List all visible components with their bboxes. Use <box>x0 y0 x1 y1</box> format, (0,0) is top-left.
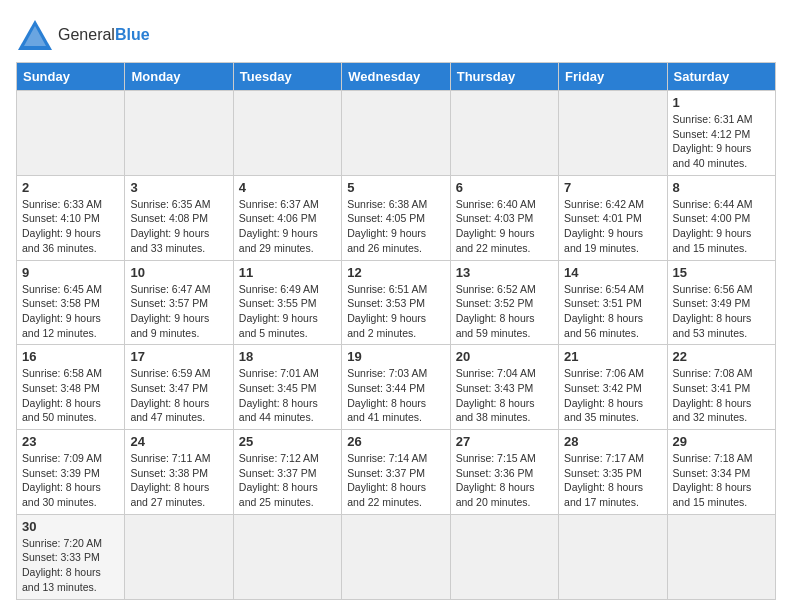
day-number: 23 <box>22 434 119 449</box>
calendar-cell: 23Sunrise: 7:09 AMSunset: 3:39 PMDayligh… <box>17 430 125 515</box>
day-number: 27 <box>456 434 553 449</box>
calendar-cell <box>559 514 667 599</box>
day-number: 30 <box>22 519 119 534</box>
day-number: 15 <box>673 265 770 280</box>
day-info: Sunrise: 7:09 AMSunset: 3:39 PMDaylight:… <box>22 451 119 510</box>
calendar-cell <box>450 514 558 599</box>
weekday-header-sunday: Sunday <box>17 63 125 91</box>
day-number: 4 <box>239 180 336 195</box>
day-info: Sunrise: 6:54 AMSunset: 3:51 PMDaylight:… <box>564 282 661 341</box>
day-info: Sunrise: 6:52 AMSunset: 3:52 PMDaylight:… <box>456 282 553 341</box>
calendar-cell <box>233 91 341 176</box>
day-info: Sunrise: 7:01 AMSunset: 3:45 PMDaylight:… <box>239 366 336 425</box>
day-info: Sunrise: 6:58 AMSunset: 3:48 PMDaylight:… <box>22 366 119 425</box>
day-number: 29 <box>673 434 770 449</box>
calendar-cell: 28Sunrise: 7:17 AMSunset: 3:35 PMDayligh… <box>559 430 667 515</box>
day-number: 17 <box>130 349 227 364</box>
day-info: Sunrise: 6:56 AMSunset: 3:49 PMDaylight:… <box>673 282 770 341</box>
calendar-header-row: SundayMondayTuesdayWednesdayThursdayFrid… <box>17 63 776 91</box>
calendar-row: 16Sunrise: 6:58 AMSunset: 3:48 PMDayligh… <box>17 345 776 430</box>
calendar-cell: 17Sunrise: 6:59 AMSunset: 3:47 PMDayligh… <box>125 345 233 430</box>
calendar-cell: 24Sunrise: 7:11 AMSunset: 3:38 PMDayligh… <box>125 430 233 515</box>
day-info: Sunrise: 7:17 AMSunset: 3:35 PMDaylight:… <box>564 451 661 510</box>
day-info: Sunrise: 6:45 AMSunset: 3:58 PMDaylight:… <box>22 282 119 341</box>
day-info: Sunrise: 6:37 AMSunset: 4:06 PMDaylight:… <box>239 197 336 256</box>
day-number: 7 <box>564 180 661 195</box>
day-info: Sunrise: 6:59 AMSunset: 3:47 PMDaylight:… <box>130 366 227 425</box>
calendar-cell: 13Sunrise: 6:52 AMSunset: 3:52 PMDayligh… <box>450 260 558 345</box>
weekday-header-saturday: Saturday <box>667 63 775 91</box>
header: GeneralBlue <box>16 16 776 54</box>
day-info: Sunrise: 6:33 AMSunset: 4:10 PMDaylight:… <box>22 197 119 256</box>
calendar-cell <box>125 91 233 176</box>
calendar-cell: 1Sunrise: 6:31 AMSunset: 4:12 PMDaylight… <box>667 91 775 176</box>
day-info: Sunrise: 6:51 AMSunset: 3:53 PMDaylight:… <box>347 282 444 341</box>
day-info: Sunrise: 6:38 AMSunset: 4:05 PMDaylight:… <box>347 197 444 256</box>
day-number: 18 <box>239 349 336 364</box>
calendar-row: 23Sunrise: 7:09 AMSunset: 3:39 PMDayligh… <box>17 430 776 515</box>
day-info: Sunrise: 7:18 AMSunset: 3:34 PMDaylight:… <box>673 451 770 510</box>
day-info: Sunrise: 7:20 AMSunset: 3:33 PMDaylight:… <box>22 536 119 595</box>
day-number: 21 <box>564 349 661 364</box>
weekday-header-monday: Monday <box>125 63 233 91</box>
day-number: 3 <box>130 180 227 195</box>
calendar-cell: 5Sunrise: 6:38 AMSunset: 4:05 PMDaylight… <box>342 175 450 260</box>
day-number: 14 <box>564 265 661 280</box>
day-number: 12 <box>347 265 444 280</box>
day-number: 6 <box>456 180 553 195</box>
day-number: 13 <box>456 265 553 280</box>
day-number: 20 <box>456 349 553 364</box>
weekday-header-tuesday: Tuesday <box>233 63 341 91</box>
day-info: Sunrise: 7:08 AMSunset: 3:41 PMDaylight:… <box>673 366 770 425</box>
calendar-cell: 25Sunrise: 7:12 AMSunset: 3:37 PMDayligh… <box>233 430 341 515</box>
calendar-cell <box>450 91 558 176</box>
calendar-cell: 19Sunrise: 7:03 AMSunset: 3:44 PMDayligh… <box>342 345 450 430</box>
calendar-cell <box>559 91 667 176</box>
day-info: Sunrise: 6:40 AMSunset: 4:03 PMDaylight:… <box>456 197 553 256</box>
logo: GeneralBlue <box>16 16 150 54</box>
day-info: Sunrise: 7:15 AMSunset: 3:36 PMDaylight:… <box>456 451 553 510</box>
day-number: 28 <box>564 434 661 449</box>
calendar-cell: 3Sunrise: 6:35 AMSunset: 4:08 PMDaylight… <box>125 175 233 260</box>
calendar-cell: 6Sunrise: 6:40 AMSunset: 4:03 PMDaylight… <box>450 175 558 260</box>
calendar-cell: 22Sunrise: 7:08 AMSunset: 3:41 PMDayligh… <box>667 345 775 430</box>
calendar-cell <box>125 514 233 599</box>
weekday-header-wednesday: Wednesday <box>342 63 450 91</box>
day-info: Sunrise: 7:14 AMSunset: 3:37 PMDaylight:… <box>347 451 444 510</box>
calendar-cell: 2Sunrise: 6:33 AMSunset: 4:10 PMDaylight… <box>17 175 125 260</box>
day-info: Sunrise: 7:12 AMSunset: 3:37 PMDaylight:… <box>239 451 336 510</box>
day-info: Sunrise: 7:11 AMSunset: 3:38 PMDaylight:… <box>130 451 227 510</box>
logo-icon <box>16 16 54 54</box>
day-number: 22 <box>673 349 770 364</box>
day-number: 8 <box>673 180 770 195</box>
weekday-header-thursday: Thursday <box>450 63 558 91</box>
calendar-cell: 20Sunrise: 7:04 AMSunset: 3:43 PMDayligh… <box>450 345 558 430</box>
calendar-row: 2Sunrise: 6:33 AMSunset: 4:10 PMDaylight… <box>17 175 776 260</box>
calendar-cell: 8Sunrise: 6:44 AMSunset: 4:00 PMDaylight… <box>667 175 775 260</box>
calendar-cell: 21Sunrise: 7:06 AMSunset: 3:42 PMDayligh… <box>559 345 667 430</box>
day-info: Sunrise: 6:31 AMSunset: 4:12 PMDaylight:… <box>673 112 770 171</box>
calendar-cell <box>667 514 775 599</box>
day-number: 26 <box>347 434 444 449</box>
day-info: Sunrise: 7:03 AMSunset: 3:44 PMDaylight:… <box>347 366 444 425</box>
calendar-cell: 26Sunrise: 7:14 AMSunset: 3:37 PMDayligh… <box>342 430 450 515</box>
calendar-row: 1Sunrise: 6:31 AMSunset: 4:12 PMDaylight… <box>17 91 776 176</box>
day-number: 2 <box>22 180 119 195</box>
calendar-cell: 4Sunrise: 6:37 AMSunset: 4:06 PMDaylight… <box>233 175 341 260</box>
calendar-cell: 29Sunrise: 7:18 AMSunset: 3:34 PMDayligh… <box>667 430 775 515</box>
calendar-cell: 7Sunrise: 6:42 AMSunset: 4:01 PMDaylight… <box>559 175 667 260</box>
day-number: 5 <box>347 180 444 195</box>
calendar-row: 30Sunrise: 7:20 AMSunset: 3:33 PMDayligh… <box>17 514 776 599</box>
day-number: 25 <box>239 434 336 449</box>
day-info: Sunrise: 7:06 AMSunset: 3:42 PMDaylight:… <box>564 366 661 425</box>
day-number: 9 <box>22 265 119 280</box>
day-info: Sunrise: 6:47 AMSunset: 3:57 PMDaylight:… <box>130 282 227 341</box>
calendar-cell <box>342 514 450 599</box>
day-number: 1 <box>673 95 770 110</box>
calendar-cell: 15Sunrise: 6:56 AMSunset: 3:49 PMDayligh… <box>667 260 775 345</box>
calendar-cell: 9Sunrise: 6:45 AMSunset: 3:58 PMDaylight… <box>17 260 125 345</box>
calendar-cell: 27Sunrise: 7:15 AMSunset: 3:36 PMDayligh… <box>450 430 558 515</box>
day-info: Sunrise: 7:04 AMSunset: 3:43 PMDaylight:… <box>456 366 553 425</box>
day-number: 19 <box>347 349 444 364</box>
calendar-cell: 30Sunrise: 7:20 AMSunset: 3:33 PMDayligh… <box>17 514 125 599</box>
